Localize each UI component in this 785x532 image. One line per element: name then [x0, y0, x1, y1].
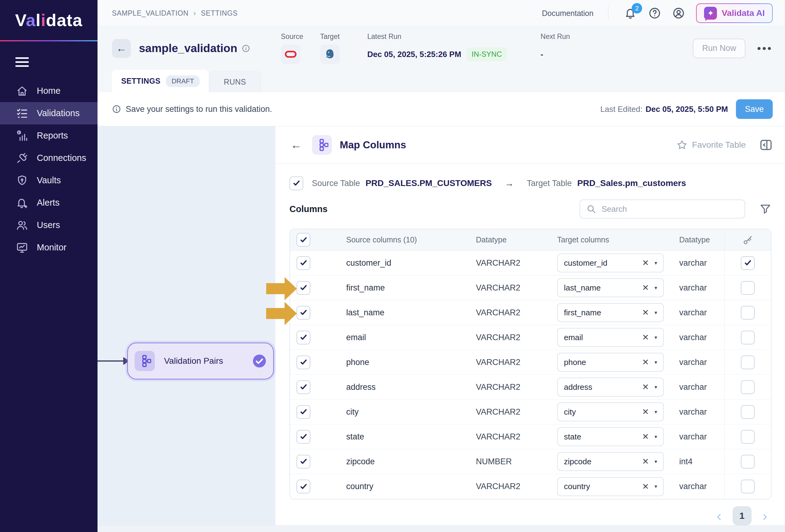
key-checkbox[interactable] — [741, 405, 755, 419]
ai-button-label: Validata AI — [721, 8, 765, 18]
target-column-dropdown[interactable]: city✕▾ — [557, 402, 664, 421]
table-row: stateVARCHAR2state✕▾varchar — [290, 424, 771, 449]
clear-mapping-icon[interactable]: ✕ — [642, 457, 649, 467]
key-checkbox[interactable] — [741, 455, 755, 469]
clear-mapping-icon[interactable]: ✕ — [642, 357, 649, 367]
alerts-icon — [16, 197, 28, 209]
breadcrumb-item[interactable]: SAMPLE_VALIDATION — [112, 9, 188, 18]
back-button[interactable]: ← — [112, 39, 131, 58]
chevron-down-icon[interactable]: ▾ — [654, 409, 657, 415]
clear-mapping-icon[interactable]: ✕ — [642, 332, 649, 342]
key-checkbox[interactable] — [741, 430, 755, 444]
row-checkbox[interactable] — [297, 355, 310, 369]
validation-pairs-node[interactable]: Validation Pairs — [127, 343, 274, 379]
sidebar-item-vaults[interactable]: Vaults — [0, 169, 98, 191]
sidebar-item-connections[interactable]: Connections — [0, 147, 98, 169]
help-icon[interactable] — [648, 7, 661, 20]
info-icon[interactable] — [242, 44, 250, 53]
sidebar-item-monitor[interactable]: Monitor — [0, 236, 98, 259]
sidebar-item-users[interactable]: Users — [0, 214, 98, 236]
chevron-down-icon[interactable]: ▾ — [654, 334, 657, 341]
target-column-dropdown[interactable]: country✕▾ — [557, 477, 664, 496]
row-checkbox[interactable] — [297, 455, 310, 469]
target-datatype: varchar — [664, 258, 724, 268]
row-checkbox[interactable] — [297, 256, 310, 270]
key-checkbox[interactable] — [741, 480, 755, 494]
users-icon — [16, 219, 28, 231]
row-checkbox[interactable] — [297, 480, 310, 494]
more-options-icon[interactable]: ••• — [757, 42, 773, 54]
key-icon — [742, 234, 753, 245]
target-column-dropdown[interactable]: email✕▾ — [557, 328, 664, 347]
page-number[interactable]: 1 — [733, 506, 752, 525]
row-checkbox[interactable] — [297, 306, 310, 320]
notification-bell-icon[interactable]: 2 — [624, 7, 637, 20]
tab-settings[interactable]: SETTINGS DRAFT — [112, 70, 209, 92]
row-checkbox[interactable] — [297, 430, 310, 444]
chevron-down-icon[interactable]: ▾ — [654, 458, 657, 465]
search-input[interactable] — [602, 205, 738, 214]
clear-mapping-icon[interactable]: ✕ — [642, 283, 649, 293]
hamburger-menu-icon[interactable] — [15, 57, 29, 67]
key-checkbox[interactable] — [741, 306, 755, 320]
next-page-icon[interactable]: › — [763, 509, 767, 523]
sidebar-item-home[interactable]: Home — [0, 80, 98, 102]
sidebar-item-alerts[interactable]: Alerts — [0, 191, 98, 214]
chevron-down-icon[interactable]: ▾ — [654, 384, 657, 391]
clear-mapping-icon[interactable]: ✕ — [642, 482, 649, 491]
postgres-target-icon — [320, 45, 340, 64]
key-checkbox[interactable] — [741, 355, 755, 369]
annotation-arrow — [266, 302, 297, 325]
clear-mapping-icon[interactable]: ✕ — [642, 308, 649, 318]
clear-mapping-icon[interactable]: ✕ — [642, 432, 649, 442]
row-checkbox[interactable] — [297, 380, 310, 394]
key-checkbox[interactable] — [741, 256, 755, 270]
row-checkbox[interactable] — [297, 405, 310, 419]
select-all-checkbox[interactable] — [297, 233, 310, 247]
validata-ai-button[interactable]: ✦ Validata AI — [696, 3, 773, 23]
user-avatar-icon[interactable] — [672, 7, 685, 20]
clear-mapping-icon[interactable]: ✕ — [642, 382, 649, 392]
save-button[interactable]: Save — [736, 99, 773, 119]
pair-checkbox[interactable] — [289, 177, 303, 190]
target-column-dropdown[interactable]: phone✕▾ — [557, 353, 664, 372]
filter-icon[interactable] — [759, 203, 771, 215]
tab-runs[interactable]: RUNS — [209, 72, 261, 92]
prev-page-icon[interactable]: ‹ — [717, 509, 721, 523]
source-datatype: VARCHAR2 — [453, 407, 534, 417]
favorite-table-button[interactable]: Favorite Table — [676, 139, 746, 151]
chevron-down-icon[interactable]: ▾ — [654, 260, 657, 266]
home-icon — [16, 85, 28, 97]
collapse-panel-icon[interactable] — [759, 138, 773, 152]
breadcrumb: SAMPLE_VALIDATION › SETTINGS — [112, 9, 238, 18]
chevron-down-icon[interactable]: ▾ — [654, 285, 657, 291]
documentation-link[interactable]: Documentation — [542, 9, 593, 18]
target-column-dropdown[interactable]: customer_id✕▾ — [557, 254, 664, 272]
target-column-dropdown[interactable]: last_name✕▾ — [557, 278, 664, 297]
sidebar-item-reports[interactable]: Reports — [0, 125, 98, 147]
key-checkbox[interactable] — [741, 331, 755, 344]
target-column-dropdown[interactable]: address✕▾ — [557, 377, 664, 397]
key-checkbox[interactable] — [741, 380, 755, 394]
chevron-down-icon[interactable]: ▾ — [654, 359, 657, 366]
clear-mapping-icon[interactable]: ✕ — [642, 258, 649, 268]
target-column-dropdown[interactable]: state✕▾ — [557, 427, 664, 446]
logo-letter: i — [41, 10, 46, 30]
draft-badge: DRAFT — [166, 75, 199, 87]
run-now-button[interactable]: Run Now — [693, 38, 745, 58]
target-column-dropdown[interactable]: zipcode✕▾ — [557, 452, 664, 471]
sidebar-item-label: Users — [37, 220, 60, 230]
table-row: countryVARCHAR2country✕▾varchar — [290, 474, 771, 499]
save-banner: Save your settings to run this validatio… — [98, 92, 785, 126]
target-column-dropdown[interactable]: first_name✕▾ — [557, 303, 664, 322]
chevron-down-icon[interactable]: ▾ — [654, 483, 657, 490]
key-checkbox[interactable] — [741, 281, 755, 295]
chevron-down-icon[interactable]: ▾ — [654, 310, 657, 316]
panel-back-arrow[interactable]: ← — [291, 138, 302, 151]
chevron-down-icon[interactable]: ▾ — [654, 434, 657, 440]
clear-mapping-icon[interactable]: ✕ — [642, 407, 649, 417]
source-table-value: PRD_SALES.PM_CUSTOMERS — [365, 178, 492, 188]
row-checkbox[interactable] — [297, 281, 310, 295]
row-checkbox[interactable] — [297, 331, 310, 344]
sidebar-item-validations[interactable]: Validations — [0, 102, 98, 125]
